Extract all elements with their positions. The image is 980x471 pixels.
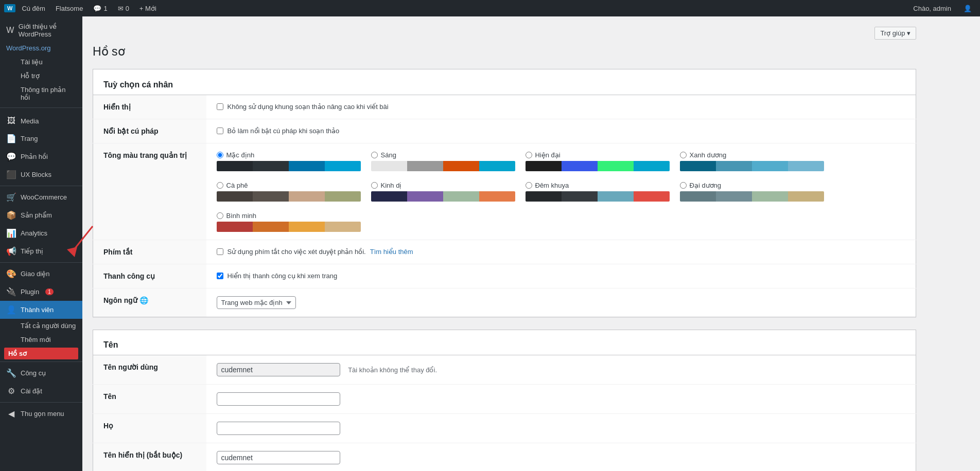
color-scheme-blue-label[interactable]: Xanh dương xyxy=(680,151,824,159)
keyboard-field: Sử dụng phím tắt cho việc xét duyệt phản… xyxy=(206,240,916,264)
color-scheme-blue[interactable]: Xanh dương xyxy=(680,151,824,171)
sidebar-item-settings[interactable]: ⚙ Cài đặt xyxy=(0,382,82,400)
sidebar-item-woocommerce[interactable]: 🛒 WooCommerce xyxy=(0,188,82,206)
comments-menu-icon: 💬 xyxy=(6,152,16,161)
wp-logo[interactable]: W xyxy=(4,4,15,12)
sidebar-item-media[interactable]: 🖼 Media xyxy=(0,112,82,130)
sidebar-item-support[interactable]: Hỗ trợ xyxy=(0,69,82,83)
messages-icon[interactable]: ✉ 0 xyxy=(114,5,133,12)
sidebar-item-appearance[interactable]: 🎨 Giao diện xyxy=(0,265,82,283)
sidebar-item-collapse[interactable]: ◀ Thu gọn menu xyxy=(0,405,82,423)
sidebar-subitem-all-users[interactable]: Tất cả người dùng xyxy=(0,319,82,333)
first-name-input[interactable] xyxy=(217,392,340,406)
sidebar-item-pages[interactable]: 📄 Trang xyxy=(0,130,82,148)
color-scheme-midnight[interactable]: Đêm khuya xyxy=(526,182,670,202)
sidebar-item-uxblocks[interactable]: ⬛ UX Blocks xyxy=(0,166,82,184)
sidebar-item-feedback[interactable]: Thông tin phản hồi xyxy=(0,83,82,104)
username-input xyxy=(217,363,340,376)
color-scheme-light[interactable]: Sáng xyxy=(371,151,515,171)
color-scheme-ocean-label[interactable]: Đại dương xyxy=(680,182,824,189)
wp-icon: W xyxy=(6,26,14,35)
color-scheme-sunrise-label[interactable]: Bình minh xyxy=(217,212,361,220)
woo-icon: 🛒 xyxy=(6,192,16,202)
color-scheme-midnight-radio[interactable] xyxy=(526,182,532,189)
admin-avatar[interactable]: 👤 xyxy=(959,5,976,12)
tools-icon: 🔧 xyxy=(6,368,16,378)
color-scheme-row: Tông màu trang quản trị Mặc địnhSángHiện… xyxy=(93,143,916,240)
color-scheme-default-bars xyxy=(217,161,361,171)
uxblocks-icon: ⬛ xyxy=(6,170,16,179)
color-scheme-default-label[interactable]: Mặc định xyxy=(217,151,361,159)
color-scheme-modern-bars xyxy=(526,161,670,171)
syntax-checkbox[interactable] xyxy=(217,128,223,134)
display-field: Không sử dụng khung soạn thảo nâng cao k… xyxy=(206,95,916,119)
display-checkbox-label[interactable]: Không sử dụng khung soạn thảo nâng cao k… xyxy=(217,103,906,111)
last-name-label: Họ xyxy=(93,414,206,443)
syntax-checkbox-label[interactable]: Bỏ làm nổi bật cú pháp khi soạn thảo xyxy=(217,127,906,135)
keyboard-row: Phím tắt Sử dụng phím tắt cho việc xét d… xyxy=(93,240,916,264)
toolbar-checkbox[interactable] xyxy=(217,273,223,279)
first-name-row: Tên xyxy=(93,385,916,414)
toolbar-checkbox-label[interactable]: Hiển thị thanh công cụ khi xem trang xyxy=(217,272,906,280)
sidebar-item-analytics[interactable]: 📊 Analytics xyxy=(0,224,82,242)
color-scheme-horror[interactable]: Kinh dị xyxy=(371,182,515,202)
color-scheme-light-label[interactable]: Sáng xyxy=(371,151,515,159)
sidebar-item-tools[interactable]: 🔧 Công cụ xyxy=(0,364,82,382)
language-field: Trang web mặc định xyxy=(206,288,916,317)
keyboard-checkbox[interactable] xyxy=(217,248,223,255)
sidebar-item-plugins[interactable]: 🔌 Plugin 1 xyxy=(0,283,82,301)
color-scheme-ocean-bars xyxy=(680,191,824,202)
color-scheme-default[interactable]: Mặc định xyxy=(217,151,361,171)
theme-name[interactable]: Flatsome xyxy=(51,5,87,12)
color-scheme-horror-radio[interactable] xyxy=(371,182,378,189)
plugins-badge: 1 xyxy=(45,288,54,295)
color-scheme-label: Tông màu trang quản trị xyxy=(93,143,206,240)
color-scheme-coffee-bars xyxy=(217,191,361,202)
name-table: Tên người dùng Tài khoản không thể thay … xyxy=(93,355,916,471)
color-scheme-modern[interactable]: Hiện đại xyxy=(526,151,670,171)
personal-options-table: Hiển thị Không sử dụng khung soạn thảo n… xyxy=(93,95,916,317)
color-scheme-blue-radio[interactable] xyxy=(680,152,687,158)
color-scheme-coffee-radio[interactable] xyxy=(217,182,223,189)
help-button[interactable]: Trợ giúp ▾ xyxy=(874,27,916,40)
sidebar-subitem-add-new[interactable]: Thêm mới xyxy=(0,333,82,347)
display-name-input[interactable] xyxy=(217,451,340,464)
products-icon: 📦 xyxy=(6,210,16,220)
sidebar-item-marketing[interactable]: 📢 Tiếp thị xyxy=(0,242,82,260)
language-select[interactable]: Trang web mặc định xyxy=(217,296,296,309)
sidebar-item-docs[interactable]: Tài liệu xyxy=(0,55,82,69)
display-checkbox[interactable] xyxy=(217,103,223,110)
sidebar-item-products[interactable]: 📦 Sản phẩm xyxy=(0,206,82,224)
last-name-field[interactable] xyxy=(206,414,916,443)
color-scheme-sunrise[interactable]: Bình minh xyxy=(217,212,361,232)
new-content-button[interactable]: + Mới xyxy=(135,5,161,12)
color-scheme-coffee[interactable]: Cà phê xyxy=(217,182,361,202)
color-scheme-ocean[interactable]: Đại dương xyxy=(680,182,824,202)
syntax-row: Nổi bật cú pháp Bỏ làm nổi bật cú pháp k… xyxy=(93,119,916,143)
first-name-field[interactable] xyxy=(206,385,916,414)
settings-icon: ⚙ xyxy=(6,386,16,396)
site-name[interactable]: Cú đêm xyxy=(18,5,49,12)
main-content: Trợ giúp ▾ Hồ sơ Tuỳ chọn cá nhân Hiển t… xyxy=(82,16,980,471)
color-scheme-field: Mặc địnhSángHiện đạiXanh dươngCà phêKinh… xyxy=(206,143,916,240)
color-scheme-horror-label[interactable]: Kinh dị xyxy=(371,182,515,189)
comments-icon[interactable]: 💬 1 xyxy=(89,5,111,12)
sidebar-subitem-profile[interactable]: Hồ sơ xyxy=(4,348,78,359)
color-scheme-coffee-label[interactable]: Cà phê xyxy=(217,182,361,189)
keyboard-checkbox-label[interactable]: Sử dụng phím tắt cho việc xét duyệt phản… xyxy=(217,248,906,256)
color-scheme-modern-label[interactable]: Hiện đại xyxy=(526,151,670,159)
color-scheme-sunrise-radio[interactable] xyxy=(217,212,223,219)
color-scheme-ocean-radio[interactable] xyxy=(680,182,687,189)
sidebar-item-comments[interactable]: 💬 Phản hồi xyxy=(0,148,82,166)
sidebar-item-intro[interactable]: W Giới thiệu về WordPress xyxy=(0,19,82,42)
toolbar-row: Thanh công cụ Hiển thị thanh công cụ khi… xyxy=(93,264,916,288)
sidebar-item-wordpress-org[interactable]: WordPress.org xyxy=(6,44,76,52)
display-name-field[interactable] xyxy=(206,443,916,472)
color-scheme-midnight-label[interactable]: Đêm khuya xyxy=(526,182,670,189)
color-scheme-light-radio[interactable] xyxy=(371,152,378,158)
keyboard-learn-more-link[interactable]: Tìm hiểu thêm xyxy=(370,248,413,256)
color-scheme-modern-radio[interactable] xyxy=(526,152,532,158)
sidebar-item-users[interactable]: 👤 Thành viên xyxy=(0,301,82,319)
color-scheme-default-radio[interactable] xyxy=(217,152,223,158)
last-name-input[interactable] xyxy=(217,422,340,435)
